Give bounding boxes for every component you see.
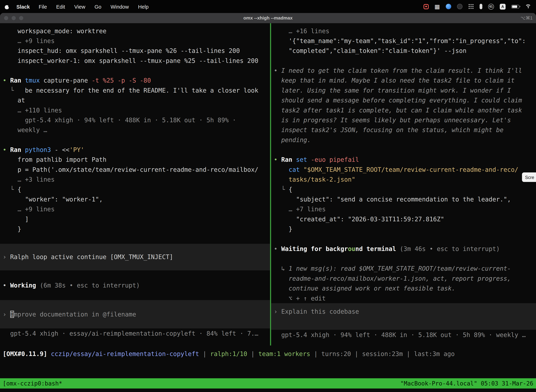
- terminal-line: is in progress? It seems likely but perh…: [274, 115, 536, 125]
- terminal-line: … +9 lines: [3, 36, 270, 46]
- terminal-content: workspace_mode: worktree … +9 lines insp…: [0, 23, 536, 392]
- terminal-line: readme-and-reco/mailbox/worker-1.json, a…: [274, 273, 536, 283]
- right-pane-footer: gpt-5.4 xhigh · 94% left · 488K in · 5.1…: [274, 330, 536, 340]
- window-title: omx --xhigh --madmax: [0, 13, 536, 23]
- pill-icon[interactable]: [479, 4, 482, 9]
- terminal-line: inspect task2's JSON, focusing on the st…: [274, 125, 536, 135]
- terminal-line: "subject": "send a concise recommendatio…: [274, 194, 536, 204]
- terminal-line: task2 after task1 is complete, but can I…: [274, 105, 536, 115]
- terminal-line: }: [3, 224, 270, 234]
- terminal-line: [274, 56, 536, 65]
- terminal-line: … +3 lines: [3, 174, 270, 184]
- terminal-line: gpt-5.4 xhigh · 94% left · 488K in · 5.1…: [3, 115, 270, 125]
- terminal-line: ⌥ + ↑ edit: [274, 293, 536, 303]
- left-pane-working-status: • Working (6m 38s • esc to interrupt): [3, 271, 270, 300]
- tmux-session-label: [omx-cczip0:bash*: [3, 378, 62, 388]
- tmux-host-time: "MacBook-Pro-44.local" 05:03 31-Mar-26: [400, 378, 533, 388]
- terminal-line: "completed","claim_token":"claim-token"}…: [274, 46, 536, 56]
- terminal-line: • Working (6m 38s • esc to interrupt): [3, 280, 270, 290]
- badge-61-icon[interactable]: 61: [488, 4, 494, 9]
- terminal-line: gpt-5.4 xhigh · essay/ai-reimplementatio…: [3, 328, 270, 338]
- terminal-line: p = Path('.omx/state/team/review-current…: [3, 165, 270, 174]
- ralph-loop-prompt[interactable]: › Ralph loop active continue [OMX_TMUX_I…: [0, 244, 270, 271]
- terminal-line: … +9 lines: [3, 204, 270, 214]
- tmux-status-bar: [omx-cczip0:bash* "MacBook-Pro-44.local"…: [0, 378, 536, 388]
- wifi-icon[interactable]: [525, 4, 531, 9]
- menu-app-name[interactable]: Slack: [16, 4, 30, 9]
- terminal-line: continue assigned work or next feasible …: [274, 283, 536, 293]
- terminal-line: at: [3, 95, 270, 105]
- window-title-bar[interactable]: omx --xhigh --madmax ⌥⌘1: [0, 13, 536, 23]
- menu-status-icons: ▦ 61 A: [423, 4, 531, 9]
- terminal-line: └ {: [3, 184, 270, 194]
- terminal-line: [3, 65, 270, 75]
- terminal-line: [274, 254, 536, 263]
- terminal-line: "worker": "worker-1",: [3, 194, 270, 204]
- terminal-line: }: [274, 224, 536, 234]
- input-source-icon[interactable]: A: [500, 4, 506, 9]
- dots-grid-icon[interactable]: [468, 4, 474, 9]
- terminal-line: inspect_worker-1: omx sparkshell --tmux-…: [3, 56, 270, 65]
- terminal-line: [3, 290, 270, 300]
- menu-bar: Slack File Edit View Go Window Help ▦ 61…: [0, 0, 536, 13]
- terminal-line: gpt-5.4 xhigh · 94% left · 488K in · 5.1…: [274, 330, 536, 340]
- terminal-line: • Ran set -euo pipefail: [274, 155, 536, 165]
- terminal-line: … +7 lines: [274, 204, 536, 214]
- dark-app-icon[interactable]: [457, 4, 463, 9]
- battery-icon[interactable]: [511, 5, 519, 8]
- terminal-line: cat "$OMX_TEAM_STATE_ROOT/team/review-cu…: [274, 165, 536, 174]
- screen-recording-icon[interactable]: [423, 4, 429, 9]
- menu-go[interactable]: Go: [94, 4, 101, 9]
- left-pane-footer: gpt-5.4 xhigh · essay/ai-reimplementatio…: [3, 328, 270, 338]
- right-input-prompt[interactable]: › Explain this codebase: [271, 303, 536, 330]
- terminal-line: [3, 234, 270, 244]
- terminal-line: tasks/task-2.json": [274, 174, 536, 184]
- menu-edit[interactable]: Edit: [56, 4, 65, 9]
- blue-app-icon[interactable]: [446, 4, 451, 9]
- omx-status-line: [OMX#0.11.9] cczip/essay/ai-reimplementa…: [0, 349, 536, 359]
- terminal-line: [OMX#0.11.9] cczip/essay/ai-reimplementa…: [3, 349, 536, 359]
- terminal-line: "created_at": "2026-03-31T11:59:27.816Z": [274, 214, 536, 224]
- terminal-line: [274, 145, 536, 154]
- right-terminal-pane[interactable]: … +16 lines '{"team_name":"my-team","tas…: [271, 23, 536, 345]
- apple-menu-icon[interactable]: [5, 4, 10, 9]
- screen-share-overlay[interactable]: Scre: [522, 173, 536, 182]
- right-pane-output: … +16 lines '{"team_name":"my-team","tas…: [274, 26, 536, 303]
- terminal-line: › Ralph loop active continue [OMX_TMUX_I…: [3, 252, 270, 262]
- terminal-line: [3, 135, 270, 145]
- terminal-line: └ {: [274, 184, 536, 194]
- menu-help[interactable]: Help: [138, 4, 148, 9]
- terminal-line: • Ran tmux capture-pane -t %25 -p -S -80: [3, 75, 270, 85]
- terminal-line: workspace_mode: worktree: [3, 26, 270, 36]
- terminal-line: pending.: [274, 135, 536, 145]
- app-grid-icon[interactable]: ▦: [435, 4, 440, 9]
- terminal-line: [274, 234, 536, 244]
- terminal-line: from pathlib import Path: [3, 155, 270, 165]
- terminal-line: should send a message before completing …: [274, 95, 536, 105]
- left-input-prompt[interactable]: › Improve documentation in @filename: [0, 300, 270, 328]
- menu-file[interactable]: File: [39, 4, 47, 9]
- terminal-line: … +16 lines: [274, 26, 536, 36]
- terminal-window: omx --xhigh --madmax ⌥⌘1 workspace_mode:…: [0, 13, 536, 392]
- window-shortcut: ⌥⌘1: [521, 13, 532, 23]
- terminal-line: ↳ 1 new msg(s): read $OMX_TEAM_STATE_ROO…: [274, 264, 536, 273]
- terminal-line: ]: [3, 214, 270, 224]
- terminal-line: └ be necessary for the end of the README…: [3, 85, 270, 95]
- left-terminal-pane[interactable]: workspace_mode: worktree … +9 lines insp…: [0, 23, 270, 345]
- terminal-line: later. Using the same for transition mig…: [274, 85, 536, 95]
- left-pane-output: workspace_mode: worktree … +9 lines insp…: [3, 26, 270, 244]
- terminal-line: keep that in mind. Maybe I also need the…: [274, 75, 536, 85]
- terminal-line: › Improve documentation in @filename: [3, 309, 270, 319]
- screen: Slack File Edit View Go Window Help ▦ 61…: [0, 0, 536, 392]
- terminal-line: '{"team_name":"my-team","task_id":"1","f…: [274, 36, 536, 46]
- terminal-line: • Ran python3 - <<'PY': [3, 145, 270, 154]
- menu-window[interactable]: Window: [111, 4, 129, 9]
- menu-view[interactable]: View: [74, 4, 85, 9]
- terminal-line: … +110 lines: [3, 105, 270, 115]
- terminal-line: weekly …: [3, 125, 270, 135]
- terminal-line: • Waiting for background terminal (3m 46…: [274, 244, 536, 254]
- terminal-line: [3, 271, 270, 280]
- terminal-line: › Explain this codebase: [274, 307, 536, 317]
- terminal-line: • I need to get the claim token from the…: [274, 65, 536, 75]
- terminal-line: inspect_hud: omx sparkshell --tmux-pane …: [3, 46, 270, 56]
